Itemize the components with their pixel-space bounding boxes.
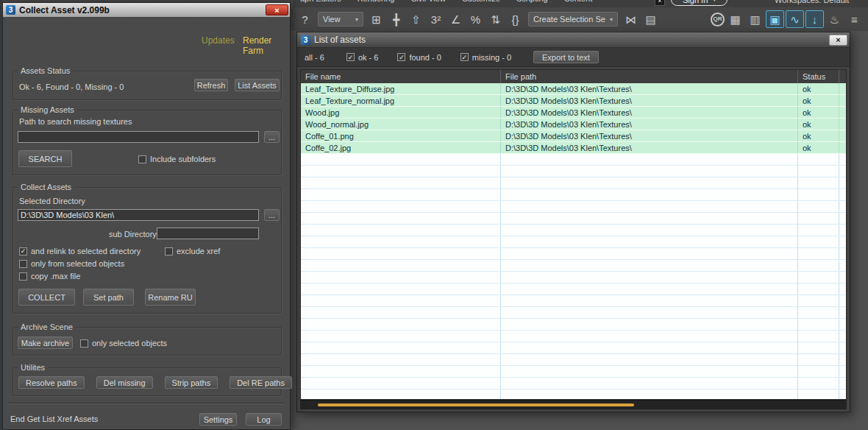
directory-browse-button[interactable]: ... (264, 209, 280, 221)
menu-item[interactable]: Rendering (357, 0, 395, 3)
filter-ok[interactable]: ok - 6 (346, 53, 379, 62)
keyboard-override-icon[interactable]: ? (296, 10, 314, 29)
render-production-icon[interactable]: ↓ (805, 10, 824, 28)
rendered-frame-icon[interactable]: ▣ (766, 10, 784, 28)
utilites-button-resolve-paths[interactable]: Resolve paths (18, 376, 85, 389)
spinner-snap-icon[interactable]: ⇅ (486, 10, 505, 29)
empty-row (301, 366, 846, 378)
missing-path-input[interactable] (18, 131, 259, 143)
file-name-cell (301, 331, 501, 342)
menu-item[interactable]: Scripting (516, 0, 548, 3)
use-pivot-point-icon[interactable]: ⊞ (367, 10, 385, 29)
scene-explorer-icon[interactable]: ▦ (726, 10, 744, 29)
filler-cell (839, 307, 846, 318)
copy-max-label: copy .max file (31, 272, 80, 281)
percent-snap-icon[interactable]: % (466, 10, 485, 29)
column-header-status[interactable]: Status (798, 70, 839, 83)
copy-max-option[interactable]: copy .max file (19, 272, 80, 281)
render-farm-link[interactable]: Render Farm (243, 35, 290, 56)
utilites-button-del-missing[interactable]: Del missing (96, 376, 153, 389)
relink-checkbox[interactable] (19, 247, 27, 255)
filter-missing-checkbox[interactable] (460, 53, 469, 61)
empty-row (301, 354, 846, 366)
status-cell: ok (798, 130, 839, 141)
menu-item[interactable]: Civil View (410, 0, 445, 3)
include-subfolders-option[interactable]: Include subfolders (138, 155, 216, 163)
set-path-button[interactable]: Set path (83, 289, 134, 306)
only-selected-option[interactable]: only from selected objects (19, 259, 124, 268)
asset-row[interactable]: Coffe_01.pngD:\3D\3D Models\03 Klen\Text… (301, 130, 846, 142)
refresh-button[interactable]: Refresh (194, 79, 228, 91)
include-subfolders-checkbox[interactable] (138, 155, 146, 163)
file-path-cell: D:\3D\3D Models\03 Klen\Textures\ (501, 119, 798, 130)
filter-found-checkbox[interactable] (397, 53, 405, 61)
assets-window-titlebar[interactable]: 3 List of assets × (297, 32, 850, 48)
max-logo-icon: 3 (301, 35, 310, 45)
select-and-move-icon[interactable]: ╋ (387, 10, 405, 29)
angle-snap-icon[interactable]: ∠ (447, 10, 465, 29)
collect-button[interactable]: COLLECT (18, 289, 75, 306)
named-selection-sets-icon[interactable]: {} (506, 10, 524, 29)
filter-missing[interactable]: missing - 0 (460, 53, 511, 62)
asset-row[interactable]: Leaf_Texture_Diffuse.jpgD:\3D\3D Models\… (301, 83, 846, 95)
settings-button[interactable]: Settings (199, 413, 237, 426)
file-path-cell (501, 366, 798, 377)
close-icon[interactable]: × (266, 4, 288, 15)
file-name-cell (301, 166, 501, 177)
sign-in-button[interactable]: Sign In ▾ (671, 0, 728, 6)
exclude-xref-checkbox[interactable] (165, 247, 173, 255)
asset-row[interactable]: Wood_normal.jpgD:\3D\3D Models\03 Klen\T… (301, 119, 846, 130)
filter-ok-checkbox[interactable] (346, 53, 355, 61)
copy-max-checkbox[interactable] (19, 272, 27, 281)
menu-item[interactable]: Customize (462, 0, 500, 3)
file-path-cell (501, 378, 798, 389)
exclude-xref-option[interactable]: exclude xref (165, 247, 220, 255)
file-name-cell: Wood_normal.jpg (301, 119, 501, 130)
close-icon[interactable]: × (829, 35, 847, 46)
column-header-file-name[interactable]: File name (301, 70, 501, 83)
select-and-place-icon[interactable]: ⇧ (407, 10, 425, 29)
qr-render-icon[interactable]: QR (711, 13, 725, 27)
updates-link[interactable]: Updates (202, 35, 235, 46)
utilites-button-strip-paths[interactable]: Strip paths (165, 376, 218, 389)
selection-set-dropdown[interactable]: Create Selection Se▾ (528, 12, 618, 27)
sub-directory-input[interactable] (157, 228, 259, 239)
layer-explorer-icon[interactable]: ▥ (746, 10, 764, 29)
rename-ru-button[interactable]: Rename RU (145, 289, 196, 306)
curve-editor-icon[interactable]: ∿ (786, 10, 804, 28)
filter-found[interactable]: found - 0 (397, 53, 441, 62)
selected-directory-input[interactable] (18, 209, 259, 221)
missing-browse-button[interactable]: ... (264, 131, 280, 143)
autodesk-x-icon[interactable]: × (655, 0, 665, 6)
asset-row[interactable]: Wood.jpgD:\3D\3D Models\03 Klen\Textures… (301, 107, 846, 119)
file-name-cell: Leaf_Texture_Diffuse.jpg (301, 83, 501, 94)
dialog-titlebar[interactable]: 3 Collect Asset v2.099b × (3, 3, 290, 17)
list-assets-button[interactable]: List Assets (235, 79, 280, 91)
horizontal-scrollbar[interactable] (300, 400, 847, 409)
only-selected-checkbox[interactable] (19, 260, 27, 268)
mirror-icon[interactable]: ⋈ (622, 10, 640, 29)
only-selected-objects-checkbox[interactable] (80, 339, 88, 348)
workspace-selector[interactable]: Workspaces: Default (775, 0, 849, 4)
status-cell (798, 248, 839, 259)
menu-item[interactable]: aph Editors (300, 0, 341, 3)
snap-toggle-icon[interactable]: 3² (427, 10, 445, 29)
menu-icon[interactable]: ≡ (845, 10, 864, 29)
make-archive-button[interactable]: Make archive (18, 336, 73, 349)
search-button[interactable]: SEARCH (18, 150, 72, 167)
export-to-text-button[interactable]: Export to text (533, 51, 599, 63)
render-setup-icon[interactable]: ♨ (825, 10, 844, 29)
log-button[interactable]: Log (246, 413, 282, 426)
utilites-button-del-re-paths[interactable]: Del RE paths (230, 376, 292, 389)
only-selected-objects-option[interactable]: only selected objects (80, 339, 167, 348)
layer-manager-icon[interactable]: ▤ (641, 10, 660, 29)
relink-option[interactable]: and relink to selected directory (19, 247, 140, 255)
asset-row[interactable]: Leaf_Texture_normal.jpgD:\3D\3D Models\0… (301, 95, 846, 107)
status-cell (798, 154, 839, 165)
column-header-file-path[interactable]: File path (501, 70, 798, 83)
menu-item[interactable]: Content (564, 0, 593, 3)
reference-coordinate-dropdown[interactable]: View▾ (318, 12, 363, 27)
asset-row[interactable]: Coffe_02.jpgD:\3D\3D Models\03 Klen\Text… (301, 142, 846, 154)
filler-cell (839, 295, 846, 306)
scrollbar-thumb[interactable] (318, 403, 634, 406)
